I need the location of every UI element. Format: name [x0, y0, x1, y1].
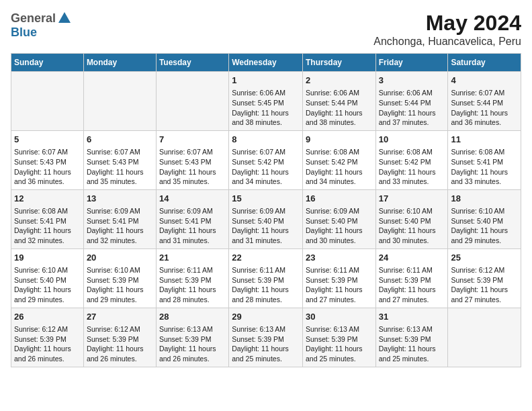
day-info: Sunrise: 6:09 AM Sunset: 5:40 PM Dayligh… — [306, 206, 373, 246]
day-info: Sunrise: 6:08 AM Sunset: 5:42 PM Dayligh… — [379, 147, 445, 187]
day-number: 7 — [159, 134, 226, 146]
location-title: Anchonga, Huancavelica, Peru — [373, 36, 521, 48]
day-number: 30 — [306, 311, 373, 323]
calendar-cell: 12Sunrise: 6:08 AM Sunset: 5:41 PM Dayli… — [11, 189, 84, 248]
calendar-cell: 19Sunrise: 6:10 AM Sunset: 5:40 PM Dayli… — [11, 248, 84, 308]
day-number: 14 — [159, 193, 226, 205]
day-number: 19 — [14, 252, 81, 264]
svg-marker-0 — [58, 12, 71, 23]
day-number: 28 — [159, 311, 226, 323]
calendar-cell: 27Sunrise: 6:12 AM Sunset: 5:39 PM Dayli… — [83, 308, 156, 367]
calendar-cell: 1Sunrise: 6:06 AM Sunset: 5:45 PM Daylig… — [229, 72, 303, 131]
calendar-header-friday: Friday — [375, 54, 448, 72]
calendar-cell: 10Sunrise: 6:08 AM Sunset: 5:42 PM Dayli… — [375, 130, 448, 189]
day-number: 21 — [159, 252, 226, 264]
day-info: Sunrise: 6:07 AM Sunset: 5:44 PM Dayligh… — [451, 88, 518, 128]
calendar-cell: 21Sunrise: 6:11 AM Sunset: 5:39 PM Dayli… — [156, 248, 228, 308]
calendar-header-row: SundayMondayTuesdayWednesdayThursdayFrid… — [11, 54, 521, 72]
calendar-week-4: 26Sunrise: 6:12 AM Sunset: 5:39 PM Dayli… — [11, 308, 521, 367]
day-info: Sunrise: 6:13 AM Sunset: 5:39 PM Dayligh… — [379, 324, 445, 364]
day-info: Sunrise: 6:08 AM Sunset: 5:41 PM Dayligh… — [14, 206, 81, 246]
calendar-cell: 14Sunrise: 6:09 AM Sunset: 5:41 PM Dayli… — [156, 189, 228, 248]
day-info: Sunrise: 6:11 AM Sunset: 5:39 PM Dayligh… — [232, 265, 300, 305]
calendar-cell: 2Sunrise: 6:06 AM Sunset: 5:44 PM Daylig… — [302, 72, 375, 131]
calendar-header-wednesday: Wednesday — [229, 54, 303, 72]
day-number: 6 — [87, 134, 153, 146]
calendar-header-monday: Monday — [83, 54, 156, 72]
calendar-cell: 3Sunrise: 6:06 AM Sunset: 5:44 PM Daylig… — [375, 72, 448, 131]
day-number: 13 — [87, 193, 153, 205]
day-info: Sunrise: 6:07 AM Sunset: 5:43 PM Dayligh… — [87, 147, 153, 187]
day-info: Sunrise: 6:13 AM Sunset: 5:39 PM Dayligh… — [232, 324, 300, 364]
day-number: 24 — [379, 252, 445, 264]
day-info: Sunrise: 6:10 AM Sunset: 5:40 PM Dayligh… — [14, 265, 81, 305]
day-number: 22 — [232, 252, 300, 264]
calendar-cell: 20Sunrise: 6:10 AM Sunset: 5:39 PM Dayli… — [83, 248, 156, 308]
calendar-cell: 22Sunrise: 6:11 AM Sunset: 5:39 PM Dayli… — [229, 248, 303, 308]
day-info: Sunrise: 6:11 AM Sunset: 5:39 PM Dayligh… — [379, 265, 445, 305]
calendar-cell: 28Sunrise: 6:13 AM Sunset: 5:39 PM Dayli… — [156, 308, 228, 367]
day-info: Sunrise: 6:08 AM Sunset: 5:41 PM Dayligh… — [451, 147, 518, 187]
day-number: 4 — [451, 75, 518, 87]
calendar-cell — [83, 72, 156, 131]
calendar-table: SundayMondayTuesdayWednesdayThursdayFrid… — [11, 53, 521, 367]
calendar-cell: 11Sunrise: 6:08 AM Sunset: 5:41 PM Dayli… — [448, 130, 521, 189]
day-info: Sunrise: 6:12 AM Sunset: 5:39 PM Dayligh… — [451, 265, 518, 305]
day-number: 27 — [87, 311, 153, 323]
header: General Blue May 2024 Anchonga, Huancave… — [11, 11, 521, 48]
calendar-cell: 5Sunrise: 6:07 AM Sunset: 5:43 PM Daylig… — [11, 130, 84, 189]
day-info: Sunrise: 6:07 AM Sunset: 5:43 PM Dayligh… — [159, 147, 226, 187]
calendar-cell: 30Sunrise: 6:13 AM Sunset: 5:39 PM Dayli… — [302, 308, 375, 367]
day-number: 26 — [14, 311, 81, 323]
day-number: 25 — [451, 252, 518, 264]
day-number: 12 — [14, 193, 81, 205]
calendar-cell: 4Sunrise: 6:07 AM Sunset: 5:44 PM Daylig… — [448, 72, 521, 131]
day-number: 11 — [451, 134, 518, 146]
logo: General Blue — [11, 11, 72, 40]
day-info: Sunrise: 6:10 AM Sunset: 5:40 PM Dayligh… — [451, 206, 518, 246]
calendar-cell: 26Sunrise: 6:12 AM Sunset: 5:39 PM Dayli… — [11, 308, 84, 367]
day-info: Sunrise: 6:10 AM Sunset: 5:40 PM Dayligh… — [379, 206, 445, 246]
calendar-cell — [448, 308, 521, 367]
logo-general: General — [11, 11, 56, 26]
day-info: Sunrise: 6:09 AM Sunset: 5:40 PM Dayligh… — [232, 206, 300, 246]
day-number: 18 — [451, 193, 518, 205]
calendar-cell — [11, 72, 84, 131]
calendar-cell: 25Sunrise: 6:12 AM Sunset: 5:39 PM Dayli… — [448, 248, 521, 308]
day-info: Sunrise: 6:10 AM Sunset: 5:39 PM Dayligh… — [87, 265, 153, 305]
day-info: Sunrise: 6:11 AM Sunset: 5:39 PM Dayligh… — [159, 265, 226, 305]
day-number: 5 — [14, 134, 81, 146]
calendar-header-saturday: Saturday — [448, 54, 521, 72]
day-number: 3 — [379, 75, 445, 87]
calendar-cell: 9Sunrise: 6:08 AM Sunset: 5:42 PM Daylig… — [302, 130, 375, 189]
title-area: May 2024 Anchonga, Huancavelica, Peru — [373, 11, 521, 48]
calendar-header-tuesday: Tuesday — [156, 54, 228, 72]
calendar-cell: 29Sunrise: 6:13 AM Sunset: 5:39 PM Dayli… — [229, 308, 303, 367]
day-info: Sunrise: 6:09 AM Sunset: 5:41 PM Dayligh… — [87, 206, 153, 246]
day-number: 20 — [87, 252, 153, 264]
calendar-cell: 17Sunrise: 6:10 AM Sunset: 5:40 PM Dayli… — [375, 189, 448, 248]
logo-blue: Blue — [11, 26, 37, 40]
calendar-cell: 13Sunrise: 6:09 AM Sunset: 5:41 PM Dayli… — [83, 189, 156, 248]
day-info: Sunrise: 6:08 AM Sunset: 5:42 PM Dayligh… — [306, 147, 373, 187]
day-number: 17 — [379, 193, 445, 205]
day-info: Sunrise: 6:12 AM Sunset: 5:39 PM Dayligh… — [87, 324, 153, 364]
month-title: May 2024 — [373, 11, 521, 36]
day-number: 15 — [232, 193, 300, 205]
calendar-cell: 16Sunrise: 6:09 AM Sunset: 5:40 PM Dayli… — [302, 189, 375, 248]
logo-icon — [57, 11, 72, 26]
calendar-body: 1Sunrise: 6:06 AM Sunset: 5:45 PM Daylig… — [11, 72, 521, 367]
day-info: Sunrise: 6:13 AM Sunset: 5:39 PM Dayligh… — [159, 324, 226, 364]
day-number: 1 — [232, 75, 300, 87]
calendar-header-thursday: Thursday — [302, 54, 375, 72]
calendar-cell: 24Sunrise: 6:11 AM Sunset: 5:39 PM Dayli… — [375, 248, 448, 308]
calendar-cell: 6Sunrise: 6:07 AM Sunset: 5:43 PM Daylig… — [83, 130, 156, 189]
day-number: 23 — [306, 252, 373, 264]
day-info: Sunrise: 6:07 AM Sunset: 5:43 PM Dayligh… — [14, 147, 81, 187]
day-info: Sunrise: 6:13 AM Sunset: 5:39 PM Dayligh… — [306, 324, 373, 364]
day-number: 8 — [232, 134, 300, 146]
calendar-cell: 23Sunrise: 6:11 AM Sunset: 5:39 PM Dayli… — [302, 248, 375, 308]
day-number: 9 — [306, 134, 373, 146]
calendar-cell: 31Sunrise: 6:13 AM Sunset: 5:39 PM Dayli… — [375, 308, 448, 367]
day-info: Sunrise: 6:06 AM Sunset: 5:44 PM Dayligh… — [306, 88, 373, 128]
